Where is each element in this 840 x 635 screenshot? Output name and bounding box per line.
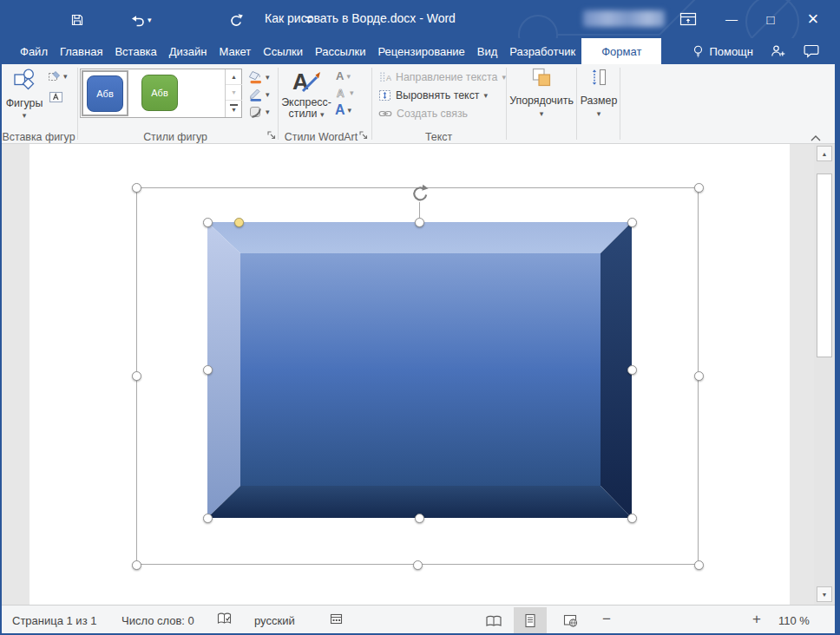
group-label-shape-styles: Стили фигур (77, 131, 273, 143)
rotate-handle-icon[interactable] (410, 183, 430, 204)
wordart-dialog-launcher[interactable] (358, 130, 369, 141)
canvas-handle-bottom-center[interactable] (413, 560, 423, 570)
print-layout-view-button[interactable] (514, 607, 547, 634)
canvas-handle-top-left[interactable] (132, 183, 141, 193)
tab-references[interactable]: Ссылки (257, 38, 309, 64)
gallery-more-bar-icon (230, 104, 238, 106)
web-layout-icon (563, 614, 578, 627)
user-account-name[interactable] (583, 10, 665, 27)
tab-design[interactable]: Дизайн (163, 38, 213, 64)
quick-styles-label-line2: стили ▾ (289, 108, 325, 120)
group-separator (620, 68, 620, 140)
shape-handle-top-right[interactable] (627, 218, 637, 227)
share-button[interactable] (762, 44, 795, 58)
tab-review[interactable]: Рецензирование (371, 38, 470, 64)
link-chain-icon (378, 108, 392, 119)
tab-insert[interactable]: Вставка (108, 38, 162, 64)
language-indicator[interactable]: русский (254, 614, 295, 627)
shapes-button[interactable]: Фигуры ▾ (5, 68, 43, 119)
zoom-out-button[interactable]: − (602, 611, 611, 628)
shape-effects-button[interactable]: ▾ (248, 105, 270, 119)
shape-adjust-handle[interactable] (234, 218, 244, 227)
bevel-rectangle-shape[interactable] (207, 222, 632, 518)
align-text-caret-icon: ▾ (484, 92, 489, 99)
proofing-book-icon (217, 612, 232, 625)
shape-handle-bottom-right[interactable] (627, 514, 637, 523)
shape-style-preview-green[interactable]: Абв (141, 75, 178, 111)
svg-text:A: A (386, 74, 391, 82)
text-box-button[interactable] (49, 91, 63, 103)
tab-home[interactable]: Главная (54, 38, 108, 64)
close-button[interactable]: × (800, 7, 826, 31)
tab-layout[interactable]: Макет (213, 38, 257, 64)
tab-file[interactable]: Файл (14, 38, 54, 64)
canvas-handle-top-right[interactable] (694, 183, 704, 193)
arrange-button[interactable]: Упорядочить ▾ (508, 68, 575, 117)
shape-handle-mid-right[interactable] (627, 365, 637, 375)
shape-outline-button[interactable]: ▾ (248, 88, 270, 101)
tell-me-assistant[interactable]: Помощн (684, 44, 762, 59)
rotation-handle-stem (419, 202, 420, 218)
text-outline-icon: А (336, 87, 347, 98)
tab-format-active[interactable]: Формат (581, 38, 661, 64)
scroll-up-button[interactable]: ▲ (817, 146, 832, 161)
shape-fill-button[interactable]: ▾ (248, 70, 270, 84)
page-indicator[interactable]: Страница 1 из 1 (12, 614, 96, 627)
macro-icon (330, 613, 343, 625)
dialog-launcher-icon (267, 131, 276, 140)
edit-shape-button[interactable]: ▾ (48, 70, 68, 82)
read-mode-view-button[interactable] (477, 607, 510, 634)
web-layout-view-button[interactable] (554, 607, 587, 634)
shape-style-preview-blue[interactable]: Абв (87, 75, 123, 112)
shape-styles-dialog-launcher[interactable] (266, 130, 277, 141)
canvas-handle-mid-left[interactable] (132, 371, 141, 381)
comments-button[interactable] (795, 44, 828, 58)
text-box-icon (49, 91, 63, 103)
shape-style-selected[interactable]: Абв (82, 70, 128, 116)
text-direction-button: A Направление текста ▾ (378, 71, 506, 83)
size-label: Размер (581, 95, 618, 107)
align-text-button[interactable]: Выровнять текст ▾ (378, 89, 488, 101)
shape-fill-caret-icon: ▾ (266, 74, 270, 81)
shape-handle-top-left[interactable] (203, 218, 213, 227)
maximize-button[interactable]: □ (758, 7, 784, 31)
quick-styles-button[interactable]: А Экспресс- стили ▾ (283, 68, 330, 120)
bevel-center-face (240, 253, 600, 486)
document-area: ▲ ▼ (0, 144, 840, 605)
window-border-right (835, 38, 840, 635)
scrollbar-thumb[interactable] (817, 173, 832, 357)
tab-mailings[interactable]: Рассылки (309, 38, 371, 64)
proofing-status-button[interactable] (217, 612, 232, 628)
edit-shape-icon (48, 70, 61, 82)
shape-outline-caret-icon: ▾ (266, 91, 270, 98)
size-button[interactable]: Размер ▾ (578, 68, 620, 117)
zoom-level[interactable]: 110 % (778, 614, 810, 627)
tab-view[interactable]: Вид (471, 38, 504, 64)
ribbon-display-options-button[interactable] (677, 7, 699, 31)
wordart-letter: А (292, 69, 309, 94)
tab-developer[interactable]: Разработчик (503, 38, 581, 64)
word-count[interactable]: Число слов: 0 (121, 614, 194, 627)
canvas-handle-bottom-left[interactable] (132, 560, 141, 570)
page-margin-left (0, 144, 30, 605)
gallery-more-button[interactable]: ▼ (226, 101, 242, 116)
shape-outline-icon (248, 88, 263, 101)
canvas-handle-mid-right[interactable] (694, 371, 704, 381)
zoom-in-button[interactable]: + (752, 611, 761, 628)
group-label-wordart: Стили WordArt (278, 131, 364, 143)
shape-handle-mid-left[interactable] (203, 365, 213, 375)
shape-handle-bottom-left[interactable] (203, 514, 213, 523)
page-margin-right (790, 144, 814, 605)
macro-recording-button[interactable] (330, 613, 343, 627)
gallery-scroll-up-button[interactable]: ▲ (226, 69, 242, 85)
text-effects-button[interactable]: А ▾ (335, 102, 351, 118)
canvas-handle-bottom-right[interactable] (694, 560, 704, 570)
collapse-ribbon-button[interactable] (810, 132, 821, 144)
vertical-scrollbar[interactable]: ▲ ▼ (814, 144, 835, 605)
create-link-button: Создать связь (378, 108, 468, 120)
shape-handle-bottom-center[interactable] (415, 514, 424, 523)
scroll-down-button[interactable]: ▼ (817, 586, 832, 602)
shape-handle-top-center[interactable] (415, 218, 424, 227)
minimize-button[interactable]: — (719, 7, 745, 31)
share-person-icon (771, 44, 786, 58)
